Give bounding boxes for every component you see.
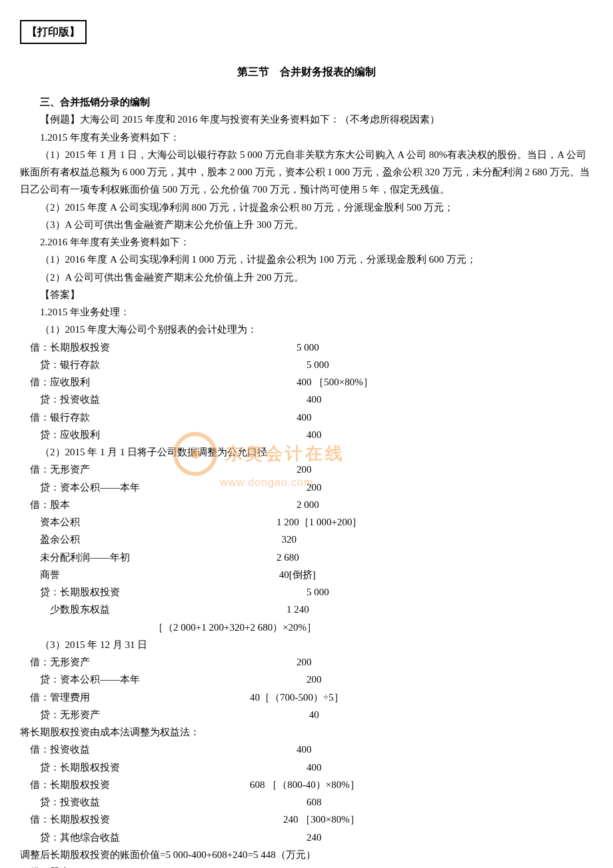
journal-entry-row: 借：应收股利400 ［500×80%］ xyxy=(20,373,593,391)
answer-1-3: （3）2015 年 12 月 31 日 xyxy=(20,636,593,653)
entry-amount: 608 ［（800-40）×80%］ xyxy=(250,776,360,793)
journal-entry-row: 少数股东权益 1 240 xyxy=(20,601,593,618)
journal-entry-row: 贷：银行存款 5 000 xyxy=(20,356,593,373)
entry-amount: 400 xyxy=(297,741,312,758)
journal-entry-row: 借：无形资产200 xyxy=(20,461,593,478)
entry-amount: 5 000 xyxy=(302,356,329,373)
adjustment-result: 调整后长期股权投资的账面价值=5 000-400+608+240=5 448（万… xyxy=(20,846,593,863)
entry-account: 借：长期股权投资 xyxy=(20,776,250,793)
entry-amount: 400 xyxy=(297,409,312,426)
entry-account: 商誉 xyxy=(20,566,277,583)
journal-entry-row: 贷：其他综合收益 240 xyxy=(20,829,593,846)
entry-account: 贷：银行存款 xyxy=(20,356,302,373)
journal-entry-row: 借：长期股权投资240 ［300×80%］ xyxy=(20,811,593,828)
entry-account: 未分配利润——年初 xyxy=(20,549,277,566)
entry-amount: 200 xyxy=(302,479,322,496)
journal-entries-1: 借：长期股权投资5 000 贷：银行存款 5 000借：应收股利400 ［500… xyxy=(20,339,593,444)
journal-entries-3: 借：无形资产200 贷：资本公积——本年 200借：管理费用40［（700-50… xyxy=(20,653,593,723)
entry-account: 贷：应收股利 xyxy=(20,426,302,443)
entry-account: 盈余公积 xyxy=(20,531,277,548)
entry-account: 贷：其他综合收益 xyxy=(20,829,302,846)
entry-amount: 2 680 xyxy=(277,549,299,566)
entry-account: 借：长期股权投资 xyxy=(20,339,297,356)
entry-account: 借：无形资产 xyxy=(20,653,297,671)
entry-account: 贷：长期股权投资 xyxy=(20,583,302,601)
entry-amount: 200 xyxy=(302,671,322,688)
para-2015-1: （1）2015 年 1 月 1 日，大海公司以银行存款 5 000 万元自非关联… xyxy=(20,146,593,199)
para-2016-1: （1）2016 年度 A 公司实现净利润 1 000 万元，计提盈余公积为 10… xyxy=(20,251,593,268)
entry-amount: 40［（700-500）÷5］ xyxy=(250,689,344,706)
answer-label: 【答案】 xyxy=(20,286,593,303)
journal-entries-4: 借：投资收益400 贷：长期股权投资 400借：长期股权投资608 ［（800-… xyxy=(20,741,593,846)
journal-entry-row: 借：银行存款400 xyxy=(20,409,593,426)
para-2016-2: （2）A 公司可供出售金融资产期末公允价值上升 200 万元。 xyxy=(20,269,593,286)
adjustment-line: 将长期股权投资由成本法调整为权益法： xyxy=(20,723,593,741)
entry-amount: 320 xyxy=(277,531,297,548)
entry-account: 借：长期股权投资 xyxy=(20,811,283,828)
journal-entry-row: 贷：投资收益 608 xyxy=(20,793,593,811)
entry-amount: 608 xyxy=(302,793,322,811)
entry-account: 贷：无形资产 xyxy=(20,706,302,723)
journal-entry-row: 借：股本2 000 xyxy=(20,863,593,868)
journal-entries-2: 借：无形资产200 贷：资本公积——本年 200借：股本2 000 资本公积1 … xyxy=(20,461,593,618)
entry-account: 借：股本 xyxy=(20,863,297,868)
entry-amount: 5 000 xyxy=(302,583,329,601)
entry-amount: 5 000 xyxy=(297,339,319,356)
entry-account: 借：投资收益 xyxy=(20,741,297,758)
journal-entry-row: 商誉 40[倒挤] xyxy=(20,566,593,583)
sub-heading: 三、合并抵销分录的编制 xyxy=(20,93,593,111)
entry-account: 借：银行存款 xyxy=(20,409,297,426)
entry-amount: 40 xyxy=(302,706,319,723)
entry-amount: 200 xyxy=(297,653,312,671)
entry-account: 资本公积 xyxy=(20,513,277,531)
entry-account: 贷：资本公积——本年 xyxy=(20,671,302,688)
journal-entry-row: 盈余公积 320 xyxy=(20,531,593,548)
year-2015-header: 1.2015 年度有关业务资料如下： xyxy=(20,129,593,146)
example-intro: 【例题】大海公司 2015 年度和 2016 年度与投资有关业务资料如下：（不考… xyxy=(20,111,593,128)
journal-entry-row: 贷：应收股利 400 xyxy=(20,426,593,443)
calc-line: ［（2 000+1 200+320+2 680）×20%］ xyxy=(20,619,593,636)
answer-1-1: （1）2015 年度大海公司个别报表的会计处理为： xyxy=(20,321,593,338)
entry-account: 贷：投资收益 xyxy=(20,793,302,811)
journal-entry-row: 借：投资收益400 xyxy=(20,741,593,758)
entry-amount: 1 200［1 000+200］ xyxy=(277,513,362,531)
entry-amount: 40[倒挤] xyxy=(277,566,316,583)
journal-entry-row: 贷：投资收益 400 xyxy=(20,391,593,408)
journal-entry-row: 未分配利润——年初2 680 xyxy=(20,549,593,566)
entry-amount: 400 ［500×80%］ xyxy=(297,373,373,391)
entry-account: 借：应收股利 xyxy=(20,373,297,391)
entry-amount: 400 xyxy=(302,391,322,408)
journal-entry-row: 借：管理费用40［（700-500）÷5］ xyxy=(20,689,593,706)
journal-entry-row: 贷：资本公积——本年 200 xyxy=(20,479,593,496)
journal-entry-row: 资本公积1 200［1 000+200］ xyxy=(20,513,593,531)
journal-entry-row: 借：长期股权投资608 ［（800-40）×80%］ xyxy=(20,776,593,793)
entry-account: 贷：资本公积——本年 xyxy=(20,479,302,496)
entry-amount: 1 240 xyxy=(282,601,309,618)
answer-1-2: （2）2015 年 1 月 1 日将子公司数据调整为公允口径 xyxy=(20,443,593,461)
entry-amount: 240 ［300×80%］ xyxy=(283,811,360,828)
entry-amount: 400 xyxy=(302,759,322,776)
entry-account: 贷：投资收益 xyxy=(20,391,302,408)
journal-entry-row: 借：长期股权投资5 000 xyxy=(20,339,593,356)
entry-amount: 2 000 xyxy=(297,496,319,513)
answer-1: 1.2015 年业务处理： xyxy=(20,303,593,321)
journal-entry-row: 借：股本2 000 xyxy=(20,496,593,513)
journal-entry-row: 贷：无形资产 40 xyxy=(20,706,593,723)
entry-account: 借：股本 xyxy=(20,496,297,513)
journal-entry-row: 借：无形资产200 xyxy=(20,653,593,671)
entry-account: 借：无形资产 xyxy=(20,461,297,478)
entry-amount: 200 xyxy=(297,461,312,478)
entry-account: 贷：长期股权投资 xyxy=(20,759,302,776)
journal-entries-5: 借：股本2 000 资本公积1 200 ［1 000+200］ xyxy=(20,863,593,868)
entry-amount: 2 000 xyxy=(297,863,319,868)
para-2015-3: （3）A 公司可供出售金融资产期末公允价值上升 300 万元。 xyxy=(20,216,593,233)
entry-account: 少数股东权益 xyxy=(20,601,282,618)
section-title: 第三节 合并财务报表的编制 xyxy=(20,63,593,81)
journal-entry-row: 贷：长期股权投资 400 xyxy=(20,759,593,776)
entry-account: 借：管理费用 xyxy=(20,689,250,706)
print-version-tag: 【打印版】 xyxy=(20,20,87,44)
para-2015-2: （2）2015 年度 A 公司实现净利润 800 万元，计提盈余公积 80 万元… xyxy=(20,199,593,216)
year-2016-header: 2.2016 年年度有关业务资料如下： xyxy=(20,233,593,251)
journal-entry-row: 贷：资本公积——本年 200 xyxy=(20,671,593,688)
entry-amount: 240 xyxy=(302,829,322,846)
